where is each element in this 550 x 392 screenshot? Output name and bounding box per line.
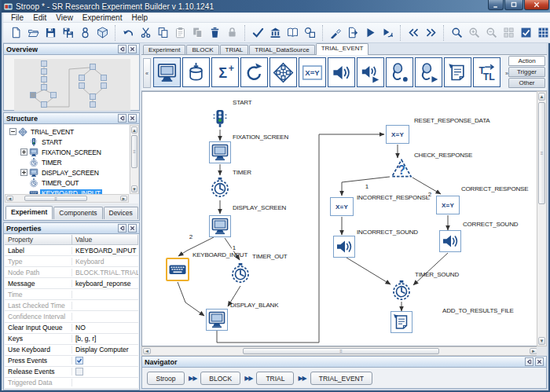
palette-accumulator-button[interactable]: Σ+ <box>211 57 239 87</box>
tree-item-timer[interactable]: TIMER <box>5 157 129 167</box>
duplicate-icon[interactable] <box>189 24 206 42</box>
zoom-in-icon[interactable] <box>465 24 482 42</box>
grid-snap-icon[interactable] <box>517 24 534 42</box>
node-incorrect-sound[interactable] <box>333 236 355 258</box>
properties-close-button[interactable] <box>128 224 137 233</box>
node-start[interactable] <box>210 108 230 129</box>
tree-item-start[interactable]: START <box>5 137 129 147</box>
scroll-thumb[interactable]: ≡ <box>538 102 545 204</box>
palette-send-ttl-button[interactable]: TTL <box>473 57 500 87</box>
palette-play-sound-control-button[interactable] <box>357 57 384 87</box>
menu-file[interactable]: File <box>6 13 28 23</box>
node-keyboard-input[interactable] <box>166 258 189 281</box>
palette-add-to-results-file-button[interactable] <box>444 57 471 87</box>
package-icon[interactable] <box>94 24 111 42</box>
node-timer-sound[interactable] <box>390 280 412 302</box>
scroll-down-arrow[interactable]: ▼ <box>131 185 138 192</box>
tree-expander-plus-icon[interactable] <box>20 148 28 156</box>
zoom-out-icon[interactable] <box>482 24 500 42</box>
property-value[interactable]: keyboard_reponse <box>72 280 138 288</box>
palette-prepare-sequence-button[interactable] <box>270 57 297 87</box>
menu-help[interactable]: Help <box>126 13 152 23</box>
deploy-experiment-icon[interactable] <box>379 24 396 42</box>
cut-icon[interactable] <box>137 24 154 42</box>
object-library-icon[interactable] <box>76 24 94 42</box>
copy-icon[interactable] <box>154 24 171 42</box>
undo-icon[interactable] <box>119 24 137 42</box>
palette-collapse-button[interactable]: « <box>143 58 151 88</box>
tree-expander-plus-icon[interactable] <box>20 169 28 176</box>
canvas-vertical-scrollbar[interactable]: ▲ ≡ ▼ <box>537 91 547 346</box>
save-all-icon[interactable] <box>59 24 76 42</box>
paste-icon[interactable] <box>171 24 189 42</box>
document-tab-experiment[interactable]: Experiment <box>143 45 185 54</box>
tree-vertical-scrollbar[interactable]: ▲ ≡ ▼ <box>130 125 139 194</box>
node-reset-response-data[interactable]: X=Y <box>386 125 409 144</box>
palette-update-attribute-button[interactable]: X=Y <box>299 57 326 87</box>
palette-reset-node-button[interactable] <box>240 57 268 87</box>
overview-close-button[interactable] <box>128 45 137 53</box>
navigate-back-icon[interactable] <box>405 24 422 42</box>
grid-options-icon[interactable] <box>534 24 550 42</box>
tree-item-timer_out[interactable]: TIMER_OUT <box>5 178 129 188</box>
diagram-canvas[interactable]: STARTFIXATION_SCREENTIMERDISPLAY_SCREENK… <box>141 91 539 346</box>
tree-horizontal-scrollbar[interactable]: ◄ ≡ ► <box>5 194 129 203</box>
navigator-button-trial[interactable]: TRIAL <box>256 372 294 385</box>
document-tab-trial_datasource[interactable]: TRIAL_DataSource <box>249 45 314 54</box>
structure-tab-experiment[interactable]: Experiment <box>6 206 53 219</box>
property-value[interactable]: NO <box>72 324 138 332</box>
property-value[interactable] <box>72 368 138 376</box>
palette-tab-trigger[interactable]: Trigger <box>508 67 545 77</box>
property-value[interactable]: KEYBOARD_INPUT <box>72 247 138 255</box>
tree-item-keyboard_input[interactable]: KEYBOARD_INPUT <box>5 188 129 194</box>
scroll-right-arrow[interactable]: ► <box>120 196 127 201</box>
screen-shapes-icon[interactable] <box>301 24 318 42</box>
palette-record-sound-button[interactable] <box>386 57 413 87</box>
close-button[interactable] <box>524 0 549 10</box>
structure-tab-components[interactable]: Components <box>53 207 102 219</box>
scroll-up-arrow[interactable]: ▲ <box>131 126 138 134</box>
delete-icon[interactable] <box>206 24 223 42</box>
save-icon[interactable] <box>42 24 59 42</box>
palette-add-to-accumulator-button[interactable] <box>182 57 210 87</box>
navigator-button-block[interactable]: BLOCK <box>200 372 240 385</box>
tree-expander-minus-icon[interactable] <box>9 128 16 135</box>
structure-dock-button[interactable] <box>118 114 126 123</box>
export-experiment-icon[interactable] <box>344 24 361 42</box>
navigate-forward-icon[interactable] <box>422 24 439 42</box>
grid-layout-icon[interactable] <box>500 24 517 42</box>
scroll-left-arrow[interactable]: ◄ <box>143 348 151 354</box>
document-tab-trial[interactable]: TRIAL <box>220 45 249 54</box>
scroll-thumb[interactable]: ≡ <box>24 196 87 201</box>
zoom-fit-icon[interactable] <box>448 24 465 42</box>
property-value[interactable]: Display Computer <box>72 346 138 354</box>
menu-view[interactable]: View <box>51 13 78 23</box>
document-tab-trial_event[interactable]: TRIAL_EVENT <box>316 43 369 55</box>
run-experiment-icon[interactable] <box>361 24 379 42</box>
navigator-button-stroop[interactable]: Stroop <box>147 372 185 385</box>
scroll-thumb[interactable]: ≡ <box>131 135 138 168</box>
lock-icon[interactable] <box>223 24 240 42</box>
scroll-up-arrow[interactable]: ▲ <box>538 93 545 101</box>
checkbox-checked-icon[interactable] <box>75 357 83 365</box>
palette-tab-action[interactable]: Action <box>508 56 545 66</box>
scroll-down-arrow[interactable]: ▼ <box>538 337 545 345</box>
structure-tab-devices[interactable]: Devices <box>104 207 138 219</box>
open-file-icon[interactable] <box>24 24 42 42</box>
node-display-screen[interactable] <box>209 215 231 237</box>
properties-dock-button[interactable] <box>118 224 126 233</box>
minimize-button[interactable] <box>488 0 504 10</box>
structure-close-button[interactable] <box>128 114 137 123</box>
validate-experiment-icon[interactable] <box>249 24 266 42</box>
node-correct-sound[interactable] <box>439 230 461 252</box>
tree-item-fixation_screen[interactable]: FIXATION_SCREEN <box>5 147 129 157</box>
node-add-to-results-file[interactable] <box>390 311 412 333</box>
checkbox-unchecked-icon[interactable] <box>75 368 83 376</box>
tree-item-trial_event[interactable]: TRIAL_EVENT <box>5 126 129 137</box>
node-correct-response[interactable]: X=Y <box>436 196 460 214</box>
scroll-thumb[interactable]: ≡ <box>243 348 439 354</box>
node-display-blank[interactable] <box>206 309 228 331</box>
reference-manual-icon[interactable] <box>284 24 301 42</box>
node-timer-out[interactable] <box>229 262 251 284</box>
palette-play-sound-button[interactable] <box>328 57 355 87</box>
